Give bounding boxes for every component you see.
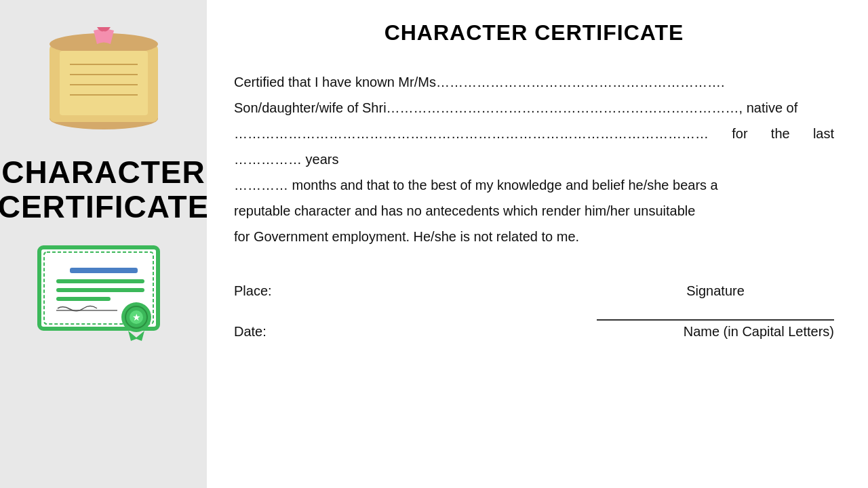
svg-rect-12 — [56, 288, 144, 292]
body-line-6: for Government employment. He/she is not… — [234, 224, 834, 249]
svg-text:★: ★ — [132, 312, 141, 323]
date-label: Date: — [234, 324, 315, 340]
main-content: CHARACTER CERTIFICATE Certified that I h… — [207, 0, 868, 488]
signature-line — [597, 319, 834, 321]
body-line-4: ………… months and that to the best of my k… — [234, 172, 834, 198]
svg-rect-10 — [70, 268, 138, 273]
certificate-title: CHARACTER CERTIFICATE — [234, 20, 834, 45]
body-line-2: Son/daughter/wife of Shri………………………………………… — [234, 95, 834, 121]
body-line-3: …………………………………………………………………………………………… for … — [234, 121, 834, 172]
sidebar: CHARACTER CERTIFICATE ★ — [0, 0, 207, 488]
svg-rect-3 — [60, 51, 148, 115]
scroll-icon — [39, 27, 168, 135]
body-line-1: Certified that I have known Mr/Ms…………………… — [234, 69, 834, 95]
certificate-graphic: ★ — [36, 244, 172, 345]
svg-rect-13 — [56, 297, 111, 301]
date-line-row: Date: Name (in Capital Letters) — [234, 319, 834, 340]
certificate-body: Certified that I have known Mr/Ms…………………… — [234, 69, 834, 249]
name-label: Name (in Capital Letters) — [597, 324, 834, 340]
place-signature-row: Place: Signature — [234, 283, 834, 299]
signature-label: Signature — [597, 283, 834, 299]
body-line-5: reputable character and has no anteceden… — [234, 198, 834, 224]
footer-section: Place: Signature Date: Name (in Capital … — [234, 283, 834, 340]
place-label: Place: — [234, 283, 315, 299]
svg-rect-11 — [56, 279, 144, 283]
sidebar-title: CHARACTER CERTIFICATE — [0, 155, 209, 224]
